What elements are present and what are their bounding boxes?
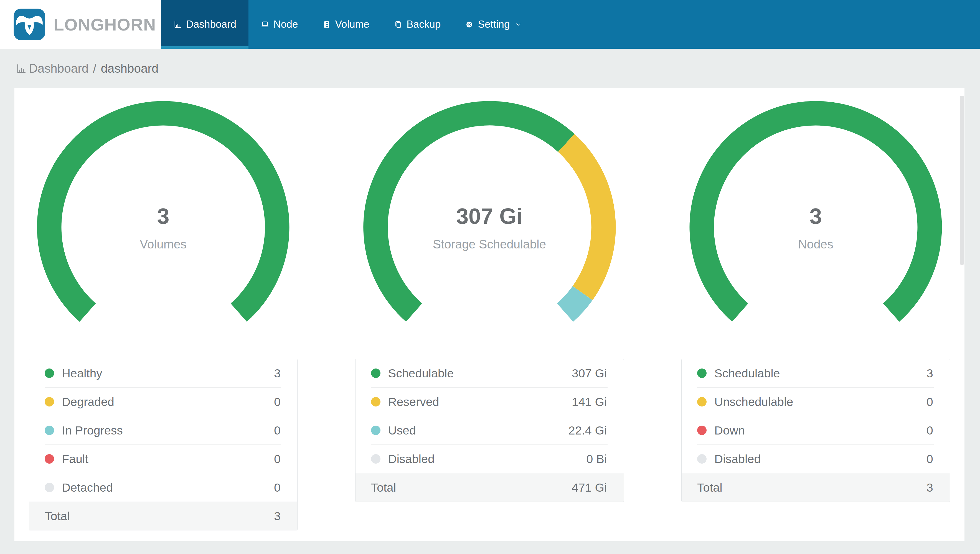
legend-dot xyxy=(45,483,54,492)
legend-row: Down0 xyxy=(682,416,950,444)
gauge-storage-chart xyxy=(363,101,616,354)
nav-item-label: Setting xyxy=(478,19,510,30)
logo-area[interactable]: LONGHORN xyxy=(0,0,161,49)
legend-table-storage: Schedulable307 GiReserved141 GiUsed22.4 … xyxy=(355,359,624,502)
legend-dot xyxy=(45,454,54,463)
legend-dot xyxy=(697,397,706,406)
breadcrumb-section[interactable]: Dashboard xyxy=(29,62,89,75)
gauge-segment-healthy xyxy=(49,113,277,313)
legend-value: 307 Gi xyxy=(572,366,607,380)
legend-row: Disabled0 xyxy=(682,445,950,473)
legend-total-row: Total 3 xyxy=(682,473,950,501)
total-value: 3 xyxy=(274,509,281,523)
dashboard-card: 3 Volumes Healthy3Degraded0In Progress0F… xyxy=(14,88,964,541)
legend-label: In Progress xyxy=(62,423,274,437)
nav-item-setting[interactable]: Setting xyxy=(453,0,534,49)
legend-row: Schedulable307 Gi xyxy=(355,359,624,387)
legend-value: 141 Gi xyxy=(572,395,607,409)
legend-dot xyxy=(45,368,54,378)
legend-table-volumes: Healthy3Degraded0In Progress0Fault0Detac… xyxy=(29,359,298,530)
legend-label: Healthy xyxy=(62,366,274,380)
scrollbar-thumb[interactable] xyxy=(960,96,964,265)
nav-item-volume[interactable]: Volume xyxy=(310,0,381,49)
nav-item-backup[interactable]: Backup xyxy=(382,0,453,49)
nav-item-node[interactable]: Node xyxy=(248,0,310,49)
legend-row: Fault0 xyxy=(29,445,297,473)
nav-item-label: Dashboard xyxy=(186,19,236,30)
dashboard-columns: 3 Volumes Healthy3Degraded0In Progress0F… xyxy=(14,88,964,541)
legend-row: Healthy3 xyxy=(29,359,297,387)
breadcrumb-page: dashboard xyxy=(101,62,159,75)
panel-volumes: 3 Volumes Healthy3Degraded0In Progress0F… xyxy=(29,101,298,541)
gear-icon xyxy=(465,20,474,29)
legend-dot xyxy=(371,454,380,463)
legend-label: Reserved xyxy=(388,395,572,409)
legend-dot xyxy=(697,454,706,463)
legend-value: 0 xyxy=(274,452,281,466)
nav-item-label: Volume xyxy=(335,19,369,30)
legend-total-row: Total 471 Gi xyxy=(355,473,624,501)
legend-value: 0 xyxy=(274,423,281,437)
legend-label: Detached xyxy=(62,481,274,494)
legend-value: 0 xyxy=(926,423,933,437)
gauge-volumes-chart xyxy=(37,101,290,354)
legend-row: Detached0 xyxy=(29,473,297,501)
breadcrumb-separator: / xyxy=(93,62,96,75)
legend-value: 0 xyxy=(274,395,281,409)
nav-item-label: Node xyxy=(274,19,298,30)
breadcrumb: Dashboard / dashboard xyxy=(0,49,980,88)
laptop-icon xyxy=(261,20,269,29)
gauge-segment-used xyxy=(565,293,582,312)
legend-table-nodes: Schedulable3Unschedulable0Down0Disabled0… xyxy=(681,359,950,502)
legend-dot xyxy=(45,397,54,406)
legend-label: Fault xyxy=(62,452,274,466)
legend-label: Degraded xyxy=(62,395,274,409)
legend-label: Unschedulable xyxy=(714,395,926,409)
legend-value: 0 xyxy=(926,395,933,409)
legend-label: Down xyxy=(714,423,926,437)
legend-total-row: Total 3 xyxy=(29,501,297,530)
copy-icon xyxy=(394,20,402,29)
top-nav-bar: LONGHORN DashboardNodeVolumeBackupSettin… xyxy=(0,0,980,49)
legend-dot xyxy=(697,368,706,378)
total-label: Total xyxy=(697,481,926,494)
main-nav: DashboardNodeVolumeBackupSetting xyxy=(161,0,534,49)
total-label: Total xyxy=(371,481,572,494)
bar-chart-icon xyxy=(16,63,27,74)
legend-label: Used xyxy=(388,423,568,437)
legend-row: Unschedulable0 xyxy=(682,388,950,416)
brand-name: LONGHORN xyxy=(54,15,156,34)
gauge-segment-schedulable xyxy=(375,113,566,312)
gauge-segment-reserved xyxy=(566,143,603,293)
nav-item-dashboard[interactable]: Dashboard xyxy=(161,0,248,49)
gauge-nodes-chart xyxy=(689,101,942,354)
legend-dot xyxy=(371,426,380,435)
legend-row: Disabled0 Bi xyxy=(355,445,624,473)
nav-item-label: Backup xyxy=(407,19,441,30)
panel-nodes: 3 Nodes Schedulable3Unschedulable0Down0D… xyxy=(681,101,950,541)
bar-chart-icon xyxy=(173,20,182,29)
legend-value: 0 xyxy=(274,481,281,494)
legend-row: In Progress0 xyxy=(29,416,297,444)
chevron-down-icon xyxy=(514,21,522,28)
legend-value: 0 Bi xyxy=(586,452,607,466)
legend-row: Schedulable3 xyxy=(682,359,950,387)
panel-storage: 307 Gi Storage Schedulable Schedulable30… xyxy=(355,101,624,541)
legend-value: 22.4 Gi xyxy=(568,423,607,437)
legend-value: 3 xyxy=(274,366,281,380)
server-icon xyxy=(322,20,331,29)
longhorn-logo-icon xyxy=(13,8,46,41)
longhorn-dashboard-page: { "brand": { "name": "LONGHORN", "logo_i… xyxy=(0,0,980,554)
legend-dot xyxy=(45,426,54,435)
total-label: Total xyxy=(45,509,274,523)
total-value: 471 Gi xyxy=(572,481,607,494)
gauge-storage: 307 Gi Storage Schedulable xyxy=(363,101,616,354)
legend-dot xyxy=(371,368,380,378)
gauge-nodes: 3 Nodes xyxy=(689,101,942,354)
legend-row: Reserved141 Gi xyxy=(355,388,624,416)
legend-label: Schedulable xyxy=(388,366,572,380)
total-value: 3 xyxy=(926,481,933,494)
legend-row: Degraded0 xyxy=(29,388,297,416)
legend-dot xyxy=(697,426,706,435)
gauge-segment-schedulable xyxy=(702,113,930,313)
